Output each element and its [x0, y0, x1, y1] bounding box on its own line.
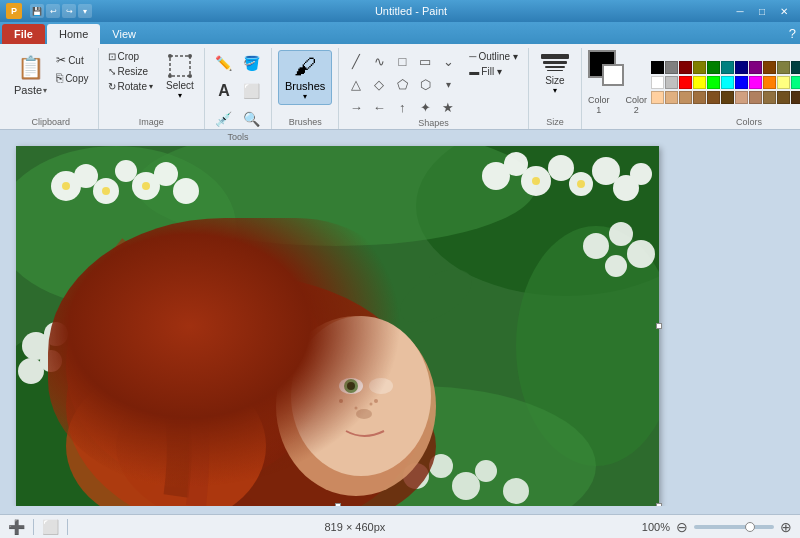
zoom-slider[interactable]: [694, 525, 774, 529]
eyedropper-button[interactable]: 💉: [211, 106, 237, 132]
svg-point-2: [188, 54, 192, 58]
fill-button[interactable]: ▬ Fill ▾: [465, 65, 522, 78]
shape-rect[interactable]: □: [391, 50, 413, 72]
outline-button[interactable]: ─ Outline ▾: [465, 50, 522, 63]
shape-hexagon[interactable]: ⬡: [414, 73, 436, 95]
canvas-image[interactable]: [16, 146, 659, 506]
color-swatch[interactable]: [763, 61, 776, 74]
eraser-button[interactable]: ⬜: [239, 78, 265, 104]
quick-undo-icon[interactable]: ↩: [46, 4, 60, 18]
color-swatch[interactable]: [791, 76, 800, 89]
color-swatch[interactable]: [735, 61, 748, 74]
pencil-button[interactable]: ✏️: [211, 50, 237, 76]
shape-star5[interactable]: ★: [437, 96, 459, 118]
paste-dropdown-icon: ▾: [43, 86, 47, 95]
shape-chevron-down[interactable]: ⌄: [437, 50, 459, 72]
rotate-button[interactable]: ↻ Rotate ▾: [105, 80, 156, 93]
color-swatch[interactable]: [707, 61, 720, 74]
image-selection-icon[interactable]: ⬜: [42, 519, 59, 535]
color-selector-area: [588, 50, 628, 90]
text-button[interactable]: A: [211, 78, 237, 104]
maximize-button[interactable]: □: [752, 3, 772, 19]
shape-diamond[interactable]: ◇: [368, 73, 390, 95]
shapes-grid: ╱ ∿ □ ▭ ⌄ △ ◇ ⬠ ⬡ ▾ → ← ↑ ✦ ★: [345, 50, 459, 118]
quick-redo-icon[interactable]: ↪: [62, 4, 76, 18]
shapes-content: ╱ ∿ □ ▭ ⌄ △ ◇ ⬠ ⬡ ▾ → ← ↑ ✦ ★: [345, 50, 522, 118]
color-swatch[interactable]: [651, 76, 664, 89]
zoom-out-button[interactable]: ⊖: [676, 519, 688, 535]
cut-button[interactable]: ✂ Cut: [53, 52, 91, 68]
color-swatch[interactable]: [707, 91, 720, 104]
color-swatch[interactable]: [651, 91, 664, 104]
color-swatch[interactable]: [777, 91, 790, 104]
fill-button[interactable]: 🪣: [239, 50, 265, 76]
color-swatch[interactable]: [735, 91, 748, 104]
new-canvas-icon[interactable]: ➕: [8, 519, 25, 535]
color-swatch[interactable]: [665, 76, 678, 89]
paste-button[interactable]: 📋 Paste ▾: [10, 50, 51, 98]
tab-file[interactable]: File: [2, 24, 45, 44]
color-swatch[interactable]: [721, 61, 734, 74]
color-swatch[interactable]: [763, 76, 776, 89]
resize-handle-br[interactable]: [656, 503, 662, 506]
shape-pentagon[interactable]: ⬠: [391, 73, 413, 95]
color-swatch[interactable]: [693, 61, 706, 74]
color-row-3: [651, 91, 800, 104]
shape-star4[interactable]: ✦: [414, 96, 436, 118]
help-icon[interactable]: ?: [789, 26, 796, 41]
color-swatch[interactable]: [791, 91, 800, 104]
window-title: Untitled - Paint: [92, 5, 730, 17]
color-swatch[interactable]: [777, 76, 790, 89]
size-button[interactable]: Size ▾: [535, 50, 575, 99]
svg-point-53: [347, 382, 355, 390]
color-swatch[interactable]: [763, 91, 776, 104]
brushes-button[interactable]: 🖌 Brushes ▾: [278, 50, 332, 105]
color-swatch[interactable]: [749, 76, 762, 89]
shape-curve[interactable]: ∿: [368, 50, 390, 72]
color-swatch[interactable]: [693, 76, 706, 89]
shape-line[interactable]: ╱: [345, 50, 367, 72]
resize-handle-mr[interactable]: [656, 323, 662, 329]
shape-triangle[interactable]: △: [345, 73, 367, 95]
color-swatch[interactable]: [791, 61, 800, 74]
magnifier-button[interactable]: 🔍: [239, 106, 265, 132]
size-line-small: [545, 66, 565, 68]
color-swatch[interactable]: [721, 76, 734, 89]
svg-point-57: [374, 399, 378, 403]
zoom-thumb[interactable]: [745, 522, 755, 532]
copy-button[interactable]: ⎘ Copy: [53, 70, 91, 86]
zoom-in-button[interactable]: ⊕: [780, 519, 792, 535]
color-swatch[interactable]: [693, 91, 706, 104]
close-button[interactable]: ✕: [774, 3, 794, 19]
color-swatch[interactable]: [749, 91, 762, 104]
color-swatch[interactable]: [679, 76, 692, 89]
color-swatch[interactable]: [735, 76, 748, 89]
color-swatch[interactable]: [665, 91, 678, 104]
color-swatch[interactable]: [651, 61, 664, 74]
resize-handle-bm[interactable]: [335, 503, 341, 506]
color-swatch[interactable]: [749, 61, 762, 74]
minimize-button[interactable]: ─: [730, 3, 750, 19]
select-button[interactable]: Select ▾: [162, 50, 198, 102]
tab-home[interactable]: Home: [47, 24, 100, 44]
svg-point-39: [503, 478, 529, 504]
canvas-scroll[interactable]: [8, 138, 792, 506]
crop-button[interactable]: ⊡ Crop: [105, 50, 156, 63]
quick-menu-icon[interactable]: ▾: [78, 4, 92, 18]
shape-arrow-left[interactable]: ←: [368, 96, 390, 118]
shape-arrow-right[interactable]: →: [345, 96, 367, 118]
color-swatch[interactable]: [721, 91, 734, 104]
resize-button[interactable]: ⤡ Resize: [105, 65, 156, 78]
color2-box[interactable]: [602, 64, 624, 86]
shape-more[interactable]: ▾: [437, 73, 459, 95]
color-swatch[interactable]: [679, 91, 692, 104]
color-swatch[interactable]: [777, 61, 790, 74]
dimensions-label: 819 × 460px: [324, 521, 385, 533]
shape-roundrect[interactable]: ▭: [414, 50, 436, 72]
shape-arrow-up[interactable]: ↑: [391, 96, 413, 118]
color-swatch[interactable]: [707, 76, 720, 89]
tab-view[interactable]: View: [100, 24, 148, 44]
color-swatch[interactable]: [679, 61, 692, 74]
quick-save-icon[interactable]: 💾: [30, 4, 44, 18]
color-swatch[interactable]: [665, 61, 678, 74]
